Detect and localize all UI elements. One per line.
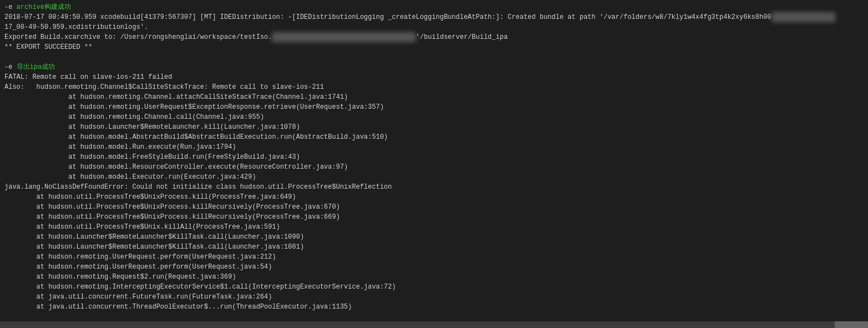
- log-line-at-16: at hudson.remoting.UserRequest.perform(U…: [4, 252, 864, 262]
- log-line-at-11: at hudson.util.ProcessTree$UnixProcess.k…: [4, 202, 864, 212]
- log-line-at-13: at hudson.util.ProcessTree$Unix.killAll(…: [4, 222, 864, 232]
- log-line-at-4: at hudson.Launcher$RemoteLauncher.kill(L…: [4, 122, 864, 132]
- blurred-path-2: XXXXXXXXXXXXXXXXXXXXXXXXXXXXXXXXXXXX: [272, 32, 415, 42]
- scrollbar-thumb[interactable]: [835, 321, 868, 328]
- console-output: -e archive构建成功 2018-07-17 00:49:50.959 x…: [0, 0, 868, 328]
- blurred-path-1: XXXXXXXXXXXXXXXX: [771, 12, 835, 22]
- log-line-also: Also: hudson.remoting.Channel$CallSiteSt…: [4, 82, 864, 92]
- log-line-at-12: at hudson.util.ProcessTree$UnixProcess.k…: [4, 212, 864, 222]
- flag-prefix-2: -e: [4, 63, 17, 71]
- log-line-archive-flag: -e archive构建成功: [4, 2, 864, 12]
- log-line-export-success: ** EXPORT SUCCEEDED **: [4, 42, 864, 52]
- log-line-at-10: at hudson.util.ProcessTree$UnixProcess.k…: [4, 192, 864, 202]
- log-line-at-3: at hudson.remoting.Channel.call(Channel.…: [4, 112, 864, 122]
- ipa-success-msg: 导出ipa成功: [17, 63, 55, 71]
- log-line-at-15: at hudson.Launcher$RemoteLauncher$KillTa…: [4, 242, 864, 252]
- log-line-at-6: at hudson.model.Run.execute(Run.java:179…: [4, 142, 864, 152]
- log-line-at-5: at hudson.model.AbstractBuild$AbstractBu…: [4, 132, 864, 142]
- log-line-empty1: [4, 52, 864, 62]
- log-line-at-18: at hudson.remoting.Request$2.run(Request…: [4, 272, 864, 282]
- log-line-ipa-flag: -e 导出ipa成功: [4, 62, 864, 72]
- log-line-noclassdef: java.lang.NoClassDefFoundError: Could no…: [4, 182, 864, 192]
- flag-prefix: -e: [4, 3, 17, 11]
- log-line-at-14: at hudson.Launcher$RemoteLauncher$KillTa…: [4, 232, 864, 242]
- log-line-xcodebuild: 2018-07-17 00:49:50.959 xcodebuild[41379…: [4, 12, 864, 22]
- log-line-at-20: at java.util.concurrent.FutureTask.run(F…: [4, 292, 864, 302]
- log-line-at-17: at hudson.remoting.UserRequest.perform(U…: [4, 262, 864, 272]
- log-line-at-7: at hudson.model.FreeStyleBuild.run(FreeS…: [4, 152, 864, 162]
- log-line-at-9: at hudson.model.Executor.run(Executor.ja…: [4, 172, 864, 182]
- log-line-at-19: at hudson.remoting.InterceptingExecutorS…: [4, 282, 864, 292]
- log-line-at-8: at hudson.model.ResourceController.execu…: [4, 162, 864, 172]
- log-line-at-21: at java.util.concurrent.ThreadPoolExecut…: [4, 302, 864, 312]
- log-line-xcdistrib: 17_00-49-50.959.xcdistributionlogs'.: [4, 22, 864, 32]
- horizontal-scrollbar[interactable]: [0, 321, 868, 328]
- log-line-at-2: at hudson.remoting.UserRequest$Exception…: [4, 102, 864, 112]
- log-line-exported: Exported Build.xcarchive to: /Users/rong…: [4, 32, 864, 42]
- log-line-fatal: FATAL: Remote call on slave-ios-211 fail…: [4, 72, 864, 82]
- log-line-at-1: at hudson.remoting.Channel.attachCallSit…: [4, 92, 864, 102]
- archive-success-msg: archive构建成功: [17, 3, 71, 11]
